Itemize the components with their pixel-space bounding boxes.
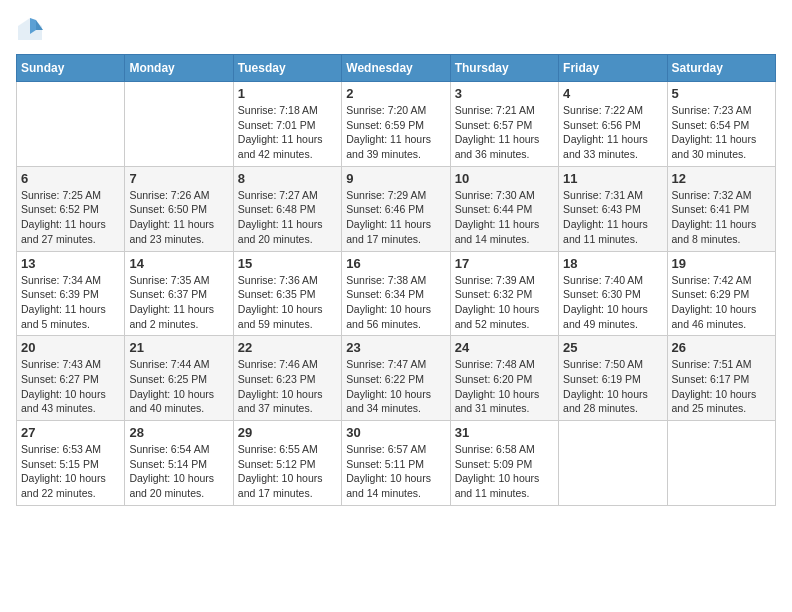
day-number: 9 (346, 171, 445, 186)
day-number: 5 (672, 86, 771, 101)
calendar-cell: 8Sunrise: 7:27 AM Sunset: 6:48 PM Daylig… (233, 166, 341, 251)
day-info: Sunrise: 7:44 AM Sunset: 6:25 PM Dayligh… (129, 357, 228, 416)
calendar-week-row: 6Sunrise: 7:25 AM Sunset: 6:52 PM Daylig… (17, 166, 776, 251)
day-number: 25 (563, 340, 662, 355)
day-info: Sunrise: 7:47 AM Sunset: 6:22 PM Dayligh… (346, 357, 445, 416)
day-info: Sunrise: 6:55 AM Sunset: 5:12 PM Dayligh… (238, 442, 337, 501)
day-number: 3 (455, 86, 554, 101)
weekday-header-row: SundayMondayTuesdayWednesdayThursdayFrid… (17, 55, 776, 82)
weekday-header: Saturday (667, 55, 775, 82)
day-info: Sunrise: 7:40 AM Sunset: 6:30 PM Dayligh… (563, 273, 662, 332)
day-number: 31 (455, 425, 554, 440)
day-info: Sunrise: 7:32 AM Sunset: 6:41 PM Dayligh… (672, 188, 771, 247)
calendar-week-row: 27Sunrise: 6:53 AM Sunset: 5:15 PM Dayli… (17, 421, 776, 506)
calendar-cell: 16Sunrise: 7:38 AM Sunset: 6:34 PM Dayli… (342, 251, 450, 336)
calendar-cell: 18Sunrise: 7:40 AM Sunset: 6:30 PM Dayli… (559, 251, 667, 336)
day-number: 27 (21, 425, 120, 440)
day-info: Sunrise: 6:54 AM Sunset: 5:14 PM Dayligh… (129, 442, 228, 501)
day-number: 19 (672, 256, 771, 271)
day-info: Sunrise: 7:36 AM Sunset: 6:35 PM Dayligh… (238, 273, 337, 332)
day-number: 13 (21, 256, 120, 271)
calendar-cell (125, 82, 233, 167)
day-info: Sunrise: 7:23 AM Sunset: 6:54 PM Dayligh… (672, 103, 771, 162)
day-info: Sunrise: 7:20 AM Sunset: 6:59 PM Dayligh… (346, 103, 445, 162)
day-info: Sunrise: 7:26 AM Sunset: 6:50 PM Dayligh… (129, 188, 228, 247)
calendar-week-row: 13Sunrise: 7:34 AM Sunset: 6:39 PM Dayli… (17, 251, 776, 336)
day-info: Sunrise: 7:51 AM Sunset: 6:17 PM Dayligh… (672, 357, 771, 416)
weekday-header: Wednesday (342, 55, 450, 82)
calendar-table: SundayMondayTuesdayWednesdayThursdayFrid… (16, 54, 776, 506)
day-info: Sunrise: 7:18 AM Sunset: 7:01 PM Dayligh… (238, 103, 337, 162)
day-number: 28 (129, 425, 228, 440)
day-info: Sunrise: 7:31 AM Sunset: 6:43 PM Dayligh… (563, 188, 662, 247)
day-info: Sunrise: 7:25 AM Sunset: 6:52 PM Dayligh… (21, 188, 120, 247)
day-info: Sunrise: 6:53 AM Sunset: 5:15 PM Dayligh… (21, 442, 120, 501)
day-number: 24 (455, 340, 554, 355)
calendar-cell: 25Sunrise: 7:50 AM Sunset: 6:19 PM Dayli… (559, 336, 667, 421)
day-info: Sunrise: 7:29 AM Sunset: 6:46 PM Dayligh… (346, 188, 445, 247)
day-info: Sunrise: 7:35 AM Sunset: 6:37 PM Dayligh… (129, 273, 228, 332)
calendar-cell: 10Sunrise: 7:30 AM Sunset: 6:44 PM Dayli… (450, 166, 558, 251)
weekday-header: Sunday (17, 55, 125, 82)
weekday-header: Thursday (450, 55, 558, 82)
calendar-cell: 11Sunrise: 7:31 AM Sunset: 6:43 PM Dayli… (559, 166, 667, 251)
calendar-cell: 26Sunrise: 7:51 AM Sunset: 6:17 PM Dayli… (667, 336, 775, 421)
calendar-cell: 3Sunrise: 7:21 AM Sunset: 6:57 PM Daylig… (450, 82, 558, 167)
calendar-cell: 1Sunrise: 7:18 AM Sunset: 7:01 PM Daylig… (233, 82, 341, 167)
calendar-cell: 27Sunrise: 6:53 AM Sunset: 5:15 PM Dayli… (17, 421, 125, 506)
day-number: 4 (563, 86, 662, 101)
calendar-week-row: 1Sunrise: 7:18 AM Sunset: 7:01 PM Daylig… (17, 82, 776, 167)
calendar-cell (559, 421, 667, 506)
day-info: Sunrise: 6:57 AM Sunset: 5:11 PM Dayligh… (346, 442, 445, 501)
day-number: 6 (21, 171, 120, 186)
calendar-header: SundayMondayTuesdayWednesdayThursdayFrid… (17, 55, 776, 82)
day-number: 26 (672, 340, 771, 355)
day-number: 22 (238, 340, 337, 355)
day-number: 23 (346, 340, 445, 355)
day-number: 10 (455, 171, 554, 186)
calendar-cell: 5Sunrise: 7:23 AM Sunset: 6:54 PM Daylig… (667, 82, 775, 167)
calendar-cell: 15Sunrise: 7:36 AM Sunset: 6:35 PM Dayli… (233, 251, 341, 336)
day-number: 20 (21, 340, 120, 355)
day-info: Sunrise: 6:58 AM Sunset: 5:09 PM Dayligh… (455, 442, 554, 501)
day-info: Sunrise: 7:21 AM Sunset: 6:57 PM Dayligh… (455, 103, 554, 162)
day-number: 14 (129, 256, 228, 271)
day-number: 21 (129, 340, 228, 355)
calendar-cell: 23Sunrise: 7:47 AM Sunset: 6:22 PM Dayli… (342, 336, 450, 421)
day-info: Sunrise: 7:50 AM Sunset: 6:19 PM Dayligh… (563, 357, 662, 416)
calendar-cell: 24Sunrise: 7:48 AM Sunset: 6:20 PM Dayli… (450, 336, 558, 421)
calendar-cell: 4Sunrise: 7:22 AM Sunset: 6:56 PM Daylig… (559, 82, 667, 167)
calendar-cell: 29Sunrise: 6:55 AM Sunset: 5:12 PM Dayli… (233, 421, 341, 506)
day-info: Sunrise: 7:38 AM Sunset: 6:34 PM Dayligh… (346, 273, 445, 332)
calendar-cell: 30Sunrise: 6:57 AM Sunset: 5:11 PM Dayli… (342, 421, 450, 506)
calendar-cell: 31Sunrise: 6:58 AM Sunset: 5:09 PM Dayli… (450, 421, 558, 506)
logo-icon (16, 16, 44, 44)
day-number: 30 (346, 425, 445, 440)
day-info: Sunrise: 7:42 AM Sunset: 6:29 PM Dayligh… (672, 273, 771, 332)
calendar-cell: 6Sunrise: 7:25 AM Sunset: 6:52 PM Daylig… (17, 166, 125, 251)
day-info: Sunrise: 7:48 AM Sunset: 6:20 PM Dayligh… (455, 357, 554, 416)
calendar-cell: 28Sunrise: 6:54 AM Sunset: 5:14 PM Dayli… (125, 421, 233, 506)
day-number: 16 (346, 256, 445, 271)
calendar-cell: 7Sunrise: 7:26 AM Sunset: 6:50 PM Daylig… (125, 166, 233, 251)
calendar-cell: 9Sunrise: 7:29 AM Sunset: 6:46 PM Daylig… (342, 166, 450, 251)
day-number: 11 (563, 171, 662, 186)
logo (16, 16, 48, 44)
calendar-cell: 13Sunrise: 7:34 AM Sunset: 6:39 PM Dayli… (17, 251, 125, 336)
calendar-cell (667, 421, 775, 506)
calendar-cell: 14Sunrise: 7:35 AM Sunset: 6:37 PM Dayli… (125, 251, 233, 336)
calendar-week-row: 20Sunrise: 7:43 AM Sunset: 6:27 PM Dayli… (17, 336, 776, 421)
day-number: 29 (238, 425, 337, 440)
day-info: Sunrise: 7:22 AM Sunset: 6:56 PM Dayligh… (563, 103, 662, 162)
day-info: Sunrise: 7:34 AM Sunset: 6:39 PM Dayligh… (21, 273, 120, 332)
weekday-header: Monday (125, 55, 233, 82)
weekday-header: Friday (559, 55, 667, 82)
calendar-cell: 22Sunrise: 7:46 AM Sunset: 6:23 PM Dayli… (233, 336, 341, 421)
day-info: Sunrise: 7:43 AM Sunset: 6:27 PM Dayligh… (21, 357, 120, 416)
calendar-cell (17, 82, 125, 167)
calendar-cell: 17Sunrise: 7:39 AM Sunset: 6:32 PM Dayli… (450, 251, 558, 336)
day-info: Sunrise: 7:27 AM Sunset: 6:48 PM Dayligh… (238, 188, 337, 247)
day-number: 8 (238, 171, 337, 186)
day-number: 12 (672, 171, 771, 186)
calendar-cell: 12Sunrise: 7:32 AM Sunset: 6:41 PM Dayli… (667, 166, 775, 251)
